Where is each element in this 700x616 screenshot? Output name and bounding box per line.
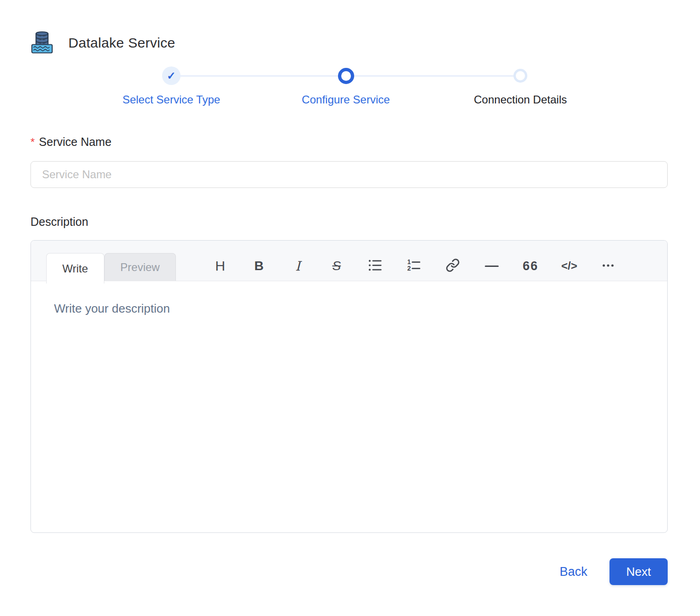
tab-write[interactable]: Write [46, 253, 104, 284]
link-button[interactable] [434, 256, 472, 276]
quote-icon: 66 [523, 259, 538, 273]
code-button[interactable]: </> [550, 256, 589, 276]
wizard-footer: Back Next [30, 558, 668, 585]
svg-text:2: 2 [407, 265, 411, 272]
editor-tabs: Write Preview [46, 241, 176, 281]
service-name-input[interactable] [30, 161, 668, 188]
heading-button[interactable]: H [201, 256, 240, 276]
editor-toolbar-buttons: H B I S [201, 256, 628, 276]
more-button[interactable] [589, 256, 628, 276]
description-label: Description [30, 215, 668, 229]
stepper-labels: Select Service Type Configure Service Co… [84, 93, 608, 106]
datalake-icon [30, 30, 54, 56]
strikethrough-button[interactable]: S [317, 256, 356, 276]
italic-button[interactable]: I [278, 256, 317, 276]
step-label-select-service-type: Select Service Type [84, 93, 259, 106]
page-title: Datalake Service [68, 35, 175, 51]
italic-icon: I [295, 259, 300, 274]
stepper: ✓ Select Service Type Configure Service … [84, 66, 608, 106]
link-icon [446, 258, 460, 274]
heading-icon: H [215, 258, 225, 274]
code-icon: </> [561, 260, 578, 272]
step-indicator-pending [513, 69, 527, 83]
horizontal-rule-button[interactable] [472, 256, 511, 276]
step-indicator-completed: ✓ [162, 66, 181, 85]
editor-write-area [31, 281, 667, 532]
quote-button[interactable]: 66 [511, 256, 550, 276]
tab-preview[interactable]: Preview [104, 253, 176, 281]
horizontal-rule-icon [485, 266, 499, 267]
next-button[interactable]: Next [609, 558, 668, 585]
stepper-track: ✓ [84, 66, 608, 85]
more-icon [601, 259, 615, 274]
step-indicator-active [338, 68, 354, 84]
required-marker: * [30, 136, 35, 148]
editor-toolbar: Write Preview H B I S [31, 241, 667, 281]
service-wizard-page: Datalake Service ✓ Select Service Type C… [0, 0, 700, 616]
ordered-list-icon: 1 2 [406, 258, 422, 274]
step-label-connection-details: Connection Details [433, 93, 608, 106]
ordered-list-button[interactable]: 1 2 [395, 256, 434, 276]
strikethrough-icon: S [332, 259, 341, 273]
bold-button[interactable]: B [240, 256, 278, 276]
unordered-list-icon [368, 258, 383, 274]
bold-icon: B [254, 259, 264, 273]
unordered-list-button[interactable] [356, 256, 395, 276]
check-icon: ✓ [167, 71, 175, 81]
page-header: Datalake Service [30, 30, 668, 56]
description-editor-input[interactable] [31, 281, 667, 532]
step-label-configure-service: Configure Service [259, 93, 433, 106]
back-button[interactable]: Back [560, 565, 587, 579]
description-editor: Write Preview H B I S [30, 240, 668, 533]
service-name-label: *Service Name [30, 135, 668, 149]
